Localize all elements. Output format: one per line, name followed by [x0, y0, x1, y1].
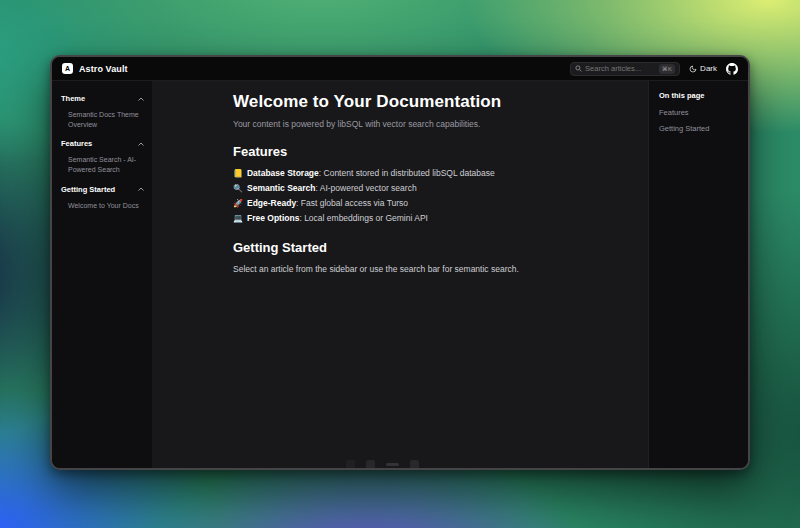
sidebar-item-semantic-docs-theme-overview[interactable]: Semantic Docs Theme Overview [68, 110, 144, 130]
ledger-emoji-icon: 📒 [233, 169, 243, 178]
sidebar-section-header-theme[interactable]: Theme [61, 94, 144, 103]
chevron-up-icon [138, 142, 144, 146]
sidebar-item-welcome-to-your-docs[interactable]: Welcome to Your Docs [68, 201, 144, 211]
dock-divider [386, 463, 399, 466]
feature-item-database-storage: 📒 Database Storage: Content stored in di… [233, 168, 610, 178]
feature-text: Database Storage: Content stored in dist… [247, 168, 495, 178]
page-intro: Your content is powered by libSQL with v… [233, 119, 610, 129]
main-content: Welcome to Your Documentation Your conte… [152, 81, 648, 468]
features-list: 📒 Database Storage: Content stored in di… [233, 168, 610, 223]
toc-link-features[interactable]: Features [659, 108, 740, 117]
chevron-up-icon [138, 187, 144, 191]
sidebar-section-title: Getting Started [61, 185, 115, 194]
feature-item-free-options: 💻 Free Options: Local embeddings or Gemi… [233, 213, 610, 223]
sidebar-section-header-features[interactable]: Features [61, 139, 144, 148]
search-shortcut-badge: ⌘K [659, 64, 675, 74]
dock-icon[interactable] [346, 460, 355, 468]
sidebar-section-features: Features Semantic Search - AI-Powered Se… [61, 139, 144, 175]
on-this-page-panel: On this page Features Getting Started [648, 81, 748, 468]
rocket-emoji-icon: 🚀 [233, 199, 243, 208]
left-sidebar: Theme Semantic Docs Theme Overview Featu… [52, 81, 152, 468]
features-heading: Features [233, 144, 610, 159]
feature-text: Free Options: Local embeddings or Gemini… [247, 213, 428, 223]
toc-title: On this page [659, 91, 740, 100]
app-header: A Astro Vault ⌘K Dark [52, 57, 748, 81]
feature-item-semantic-search: 🔍 Semantic Search: AI-powered vector sea… [233, 183, 610, 193]
brand-title[interactable]: Astro Vault [79, 64, 128, 74]
sidebar-section-title: Theme [61, 94, 85, 103]
magnifier-emoji-icon: 🔍 [233, 184, 243, 193]
moon-icon [689, 65, 697, 73]
sidebar-section-theme: Theme Semantic Docs Theme Overview [61, 94, 144, 130]
page-title: Welcome to Your Documentation [233, 92, 610, 112]
window-body: Theme Semantic Docs Theme Overview Featu… [52, 81, 748, 468]
github-link[interactable] [726, 63, 738, 75]
laptop-emoji-icon: 💻 [233, 214, 243, 223]
app-window: A Astro Vault ⌘K Dark [50, 55, 750, 470]
chevron-up-icon [138, 97, 144, 101]
dock-icon[interactable] [410, 460, 419, 468]
sidebar-section-header-getting-started[interactable]: Getting Started [61, 185, 144, 194]
search-icon [575, 65, 582, 72]
feature-text: Edge-Ready: Fast global access via Turso [247, 198, 408, 208]
feature-text: Semantic Search: AI-powered vector searc… [247, 183, 417, 193]
search-box[interactable]: ⌘K [570, 62, 680, 76]
header-actions: ⌘K Dark [570, 62, 738, 76]
github-icon [726, 63, 738, 75]
sidebar-section-title: Features [61, 139, 92, 148]
theme-toggle-label: Dark [700, 64, 717, 73]
app-logo[interactable]: A [62, 63, 73, 74]
search-input[interactable] [585, 64, 656, 73]
desktop-wallpaper: { "header": { "logo_letter": "A", "brand… [0, 0, 800, 528]
sidebar-section-getting-started: Getting Started Welcome to Your Docs [61, 185, 144, 211]
dock-icons-peek [346, 460, 419, 468]
theme-toggle-button[interactable]: Dark [689, 64, 717, 73]
feature-item-edge-ready: 🚀 Edge-Ready: Fast global access via Tur… [233, 198, 610, 208]
sidebar-item-semantic-search[interactable]: Semantic Search - AI-Powered Search [68, 155, 144, 175]
dock-icon[interactable] [366, 460, 375, 468]
getting-started-text: Select an article from the sidebar or us… [233, 264, 610, 274]
toc-link-getting-started[interactable]: Getting Started [659, 124, 740, 133]
getting-started-heading: Getting Started [233, 240, 610, 255]
